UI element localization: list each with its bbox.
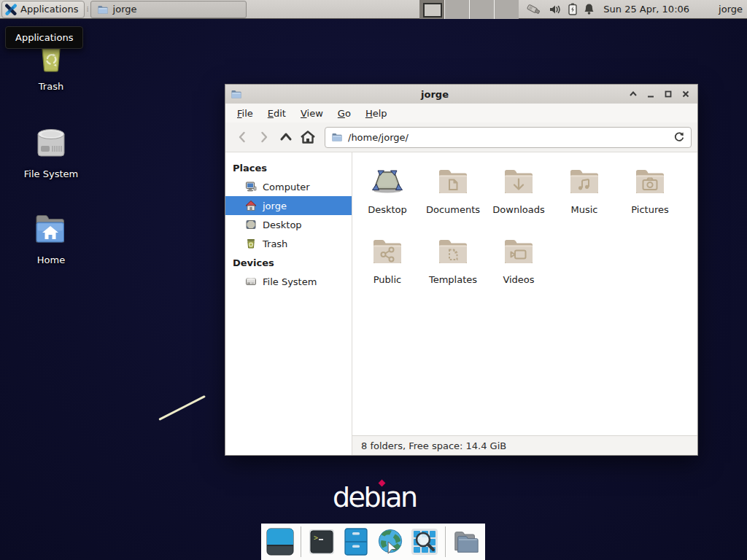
volume-icon[interactable] <box>549 4 562 15</box>
file-item-videos[interactable]: Videos <box>486 234 551 301</box>
sidebar-item-label: jorge <box>263 201 287 211</box>
debian-wordmark: debıan <box>333 481 417 513</box>
home-icon <box>245 200 257 211</box>
hard-drive-icon <box>245 276 257 287</box>
path-bar[interactable] <box>325 127 692 148</box>
desktop-icon-file-system[interactable]: File System <box>15 124 88 179</box>
xfce-menu-icon <box>5 4 17 15</box>
sidebar-item-computer[interactable]: Computer <box>225 177 352 196</box>
menu-go[interactable]: Go <box>330 105 358 122</box>
pictures-folder-icon <box>632 164 667 199</box>
window-titlebar[interactable]: jorge <box>225 85 697 104</box>
path-input[interactable] <box>348 132 668 143</box>
battery-icon[interactable] <box>568 3 577 15</box>
window-title: jorge <box>242 89 627 100</box>
sidebar-item-label: Trash <box>263 238 287 249</box>
workspace-2[interactable] <box>444 0 469 19</box>
close-icon[interactable] <box>680 89 691 100</box>
desktop-icon-home[interactable]: Home <box>15 210 88 265</box>
sidebar-item-jorge[interactable]: jorge <box>225 196 352 215</box>
music-folder-icon <box>567 164 602 199</box>
desktop-stray-line <box>158 395 206 421</box>
maximize-icon[interactable] <box>662 89 673 100</box>
window-body: Places Computer <box>225 152 697 455</box>
applications-tooltip: Applications <box>5 26 83 49</box>
file-item-pictures[interactable]: Pictures <box>617 164 683 231</box>
sidebar-item-label: Desktop <box>263 219 302 230</box>
desktop-icon <box>245 219 257 230</box>
folder-icon <box>97 4 109 15</box>
terminal-icon[interactable]: > <box>308 528 336 556</box>
file-item-public[interactable]: Public <box>355 234 420 301</box>
marker-icon[interactable] <box>526 3 542 16</box>
downloads-folder-icon <box>501 164 536 199</box>
window-folder-icon <box>231 88 242 100</box>
desktop-root: Applications ⁞ jorge <box>0 0 747 560</box>
videos-folder-icon <box>501 234 536 269</box>
menu-file[interactable]: File <box>230 105 260 122</box>
top-panel: Applications ⁞ jorge <box>0 0 747 19</box>
computer-icon <box>245 181 257 192</box>
menu-help[interactable]: Help <box>358 105 395 122</box>
main-column: Desktop Documents <box>352 152 697 455</box>
file-item-documents[interactable]: Documents <box>420 164 486 231</box>
file-label: Downloads <box>492 204 544 215</box>
file-item-templates[interactable]: Templates <box>420 234 486 301</box>
panel-username[interactable]: jorge <box>719 4 743 15</box>
file-view[interactable]: Desktop Documents <box>352 152 697 435</box>
statusbar: 8 folders, Free space: 14.4 GiB <box>352 435 697 455</box>
menu-edit[interactable]: Edit <box>260 105 293 122</box>
sidebar-item-label: Computer <box>263 182 310 192</box>
web-browser-icon[interactable] <box>376 528 404 556</box>
desktop-icon-label: Home <box>15 254 88 265</box>
public-folder-icon <box>370 234 405 269</box>
menu-view[interactable]: View <box>293 105 330 122</box>
file-item-desktop[interactable]: Desktop <box>355 164 420 231</box>
file-item-music[interactable]: Music <box>551 164 617 231</box>
file-manager-window: jorge File Edit View Go Help <box>225 84 698 456</box>
back-icon[interactable] <box>231 126 253 148</box>
sidebar: Places Computer <box>225 152 352 455</box>
templates-folder-icon <box>436 234 471 269</box>
file-item-downloads[interactable]: Downloads <box>486 164 551 231</box>
home-folder-icon <box>32 210 70 248</box>
up-icon[interactable] <box>275 126 297 148</box>
taskbar-window-label: jorge <box>113 4 137 15</box>
file-cabinet-icon[interactable] <box>342 528 370 556</box>
show-desktop-icon[interactable] <box>266 528 294 556</box>
sidebar-item-desktop[interactable]: Desktop <box>225 215 352 234</box>
file-label: Videos <box>503 274 534 285</box>
wordmark-i: ı <box>379 481 385 513</box>
panel-clock[interactable]: Sun 25 Apr, 10:06 <box>603 4 689 15</box>
bell-icon[interactable] <box>584 3 595 15</box>
wordmark-post: an <box>385 481 416 513</box>
reload-icon[interactable] <box>673 131 685 143</box>
applications-menu-label: Applications <box>20 4 78 15</box>
shade-icon[interactable] <box>627 89 638 100</box>
taskbar-window-button[interactable]: jorge <box>90 1 247 18</box>
desktop-icon-label: Trash <box>15 81 88 92</box>
panel-handle[interactable]: ⁞ <box>86 7 88 12</box>
app-finder-icon[interactable] <box>411 528 438 556</box>
forward-icon[interactable] <box>253 126 275 148</box>
workspace-pager <box>419 0 519 19</box>
file-label: Music <box>571 204 598 215</box>
directory-menu-icon[interactable] <box>452 528 480 556</box>
sidebar-item-trash[interactable]: Trash <box>225 234 352 253</box>
system-tray <box>526 3 595 16</box>
applications-menu-button[interactable]: Applications <box>1 1 85 18</box>
window-controls <box>627 89 691 100</box>
sidebar-devices-header: Devices <box>225 253 352 272</box>
sidebar-item-file-system[interactable]: File System <box>225 272 352 291</box>
workspace-4[interactable] <box>494 0 519 19</box>
workspace-1[interactable] <box>419 0 444 19</box>
desktop-icon-label: File System <box>15 168 88 179</box>
wordmark-pre: deb <box>333 481 379 513</box>
dock-separator <box>301 526 301 557</box>
path-folder-icon <box>331 131 343 143</box>
home-icon[interactable] <box>297 126 319 148</box>
sidebar-places-header: Places <box>225 158 352 177</box>
minimize-icon[interactable] <box>645 89 656 100</box>
file-label: Documents <box>426 204 480 215</box>
workspace-3[interactable] <box>469 0 494 19</box>
